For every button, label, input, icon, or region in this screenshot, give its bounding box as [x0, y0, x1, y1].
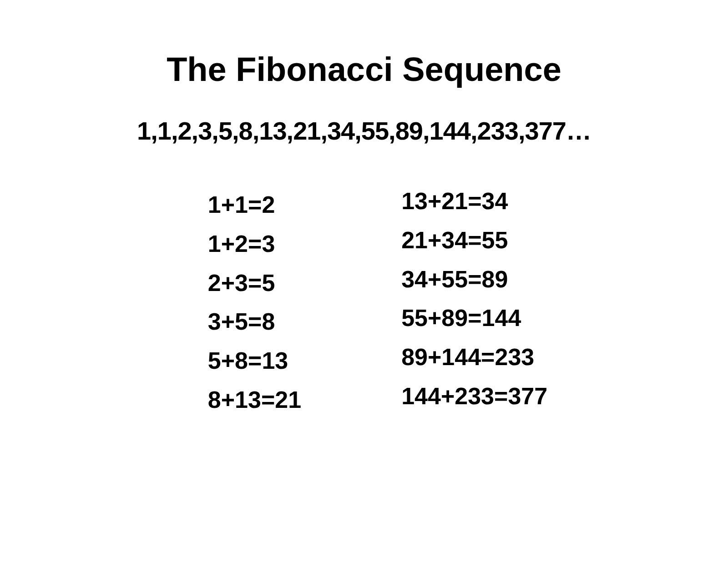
equation-item: 13+21=34 — [401, 182, 547, 221]
equation-item: 1+1=2 — [208, 186, 301, 225]
equation-item: 2+3=5 — [208, 264, 301, 303]
equation-item: 89+144=233 — [401, 338, 547, 377]
equation-item: 5+8=13 — [208, 341, 301, 381]
slide-content: The Fibonacci Sequence 1,1,2,3,5,8,13,21… — [0, 0, 728, 562]
page-title: The Fibonacci Sequence — [0, 50, 728, 89]
fibonacci-sequence: 1,1,2,3,5,8,13,21,34,55,89,144,233,377… — [0, 116, 728, 146]
equation-item: 3+5=8 — [208, 302, 301, 341]
equations-right-column: 13+21=34 21+34=55 34+55=89 55+89=144 89+… — [401, 182, 547, 420]
equation-item: 144+233=377 — [401, 377, 547, 416]
equations-columns: 1+1=2 1+2=3 2+3=5 3+5=8 5+8=13 8+13=21 1… — [0, 182, 728, 420]
equation-item: 8+13=21 — [208, 381, 301, 420]
equation-item: 1+2=3 — [208, 225, 301, 264]
equation-item: 34+55=89 — [401, 260, 547, 299]
equation-item: 21+34=55 — [401, 221, 547, 260]
equation-item: 55+89=144 — [401, 299, 547, 338]
equations-left-column: 1+1=2 1+2=3 2+3=5 3+5=8 5+8=13 8+13=21 — [208, 182, 301, 420]
